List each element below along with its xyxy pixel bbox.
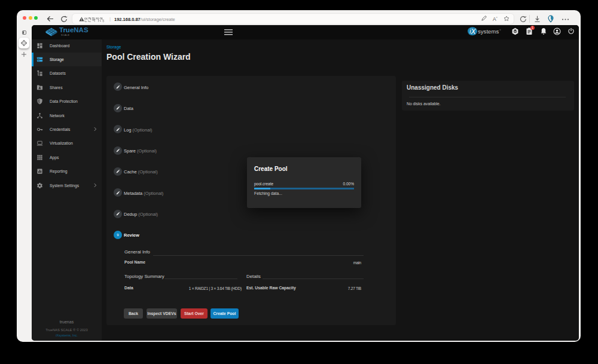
svg-text:systems: systems <box>478 28 499 35</box>
svg-text:X: X <box>471 27 477 36</box>
